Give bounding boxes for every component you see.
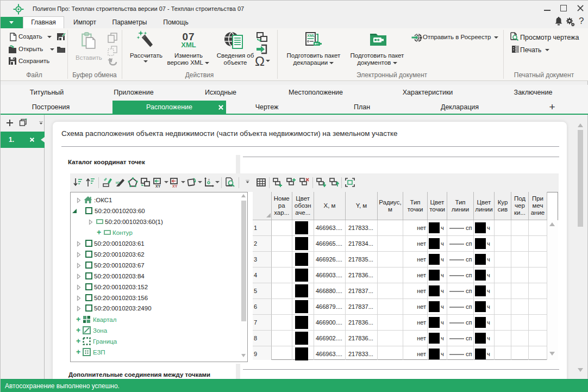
svg-text:x: x <box>208 178 210 181</box>
svg-text:XML: XML <box>307 34 316 38</box>
svg-text:XY: XY <box>155 184 161 188</box>
svg-text:H1: H1 <box>116 181 120 184</box>
svg-text:XY: XY <box>172 184 178 188</box>
